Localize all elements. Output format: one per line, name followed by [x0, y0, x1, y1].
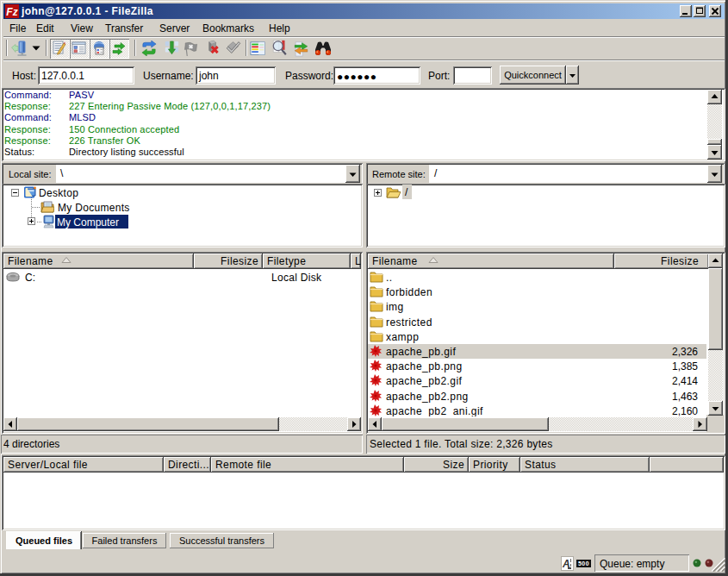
svg-text:Fz: Fz: [6, 6, 17, 18]
